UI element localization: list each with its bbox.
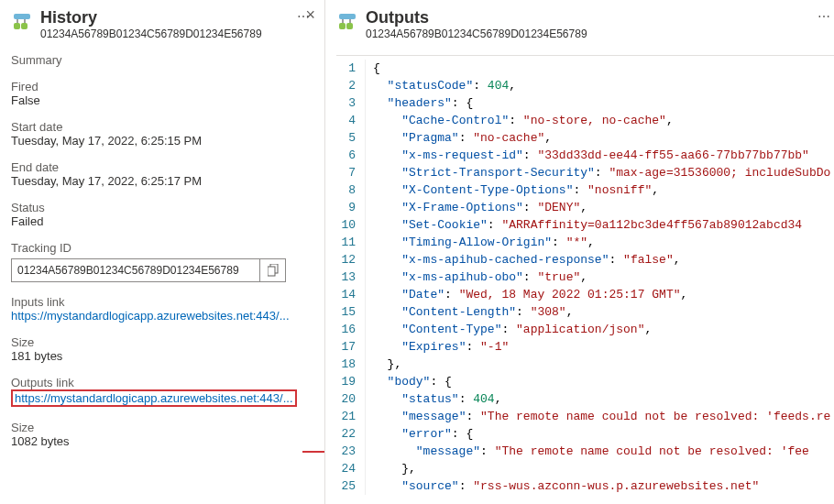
line-number: 21: [336, 408, 366, 425]
json-line: 10 "Set-Cookie": "ARRAffinity=0a112bc3de…: [336, 216, 834, 234]
json-line: 6 "x-ms-request-id": "33dd33dd-ee44-ff55…: [336, 147, 834, 164]
workflow-icon: [336, 11, 358, 33]
history-title: History: [40, 7, 286, 27]
line-number: 24: [336, 460, 366, 477]
inputs-size-value: 181 bytes: [11, 349, 313, 363]
outputs-pane: Outputs 01234A56789B01234C56789D01234E56…: [325, 0, 834, 504]
line-number: 11: [336, 234, 366, 251]
inputs-link-label: Inputs link: [11, 295, 313, 309]
close-icon[interactable]: ×: [305, 5, 315, 25]
tracking-id-field: [11, 258, 286, 282]
line-number: 8: [336, 181, 366, 199]
line-number: 12: [336, 251, 366, 268]
line-number: 19: [336, 373, 366, 390]
line-number: 7: [336, 164, 366, 181]
end-date-value: Tuesday, May 17, 2022, 6:25:17 PM: [11, 174, 313, 188]
start-date-label: Start date: [11, 120, 313, 134]
line-number: 15: [336, 303, 366, 321]
outputs-guid: 01234A56789B01234C56789D01234E56789: [366, 27, 807, 40]
fired-label: Fired: [11, 80, 313, 93]
outputs-link-label: Outputs link: [11, 376, 313, 389]
history-guid: 01234A56789B01234C56789D01234E56789: [40, 27, 286, 40]
annotation-arrow-icon: [302, 445, 325, 458]
line-number: 22: [336, 425, 366, 443]
json-viewer[interactable]: 1{2 "statusCode": 404,3 "headers": {4 "C…: [336, 55, 834, 504]
more-icon[interactable]: ⋯: [814, 7, 834, 26]
json-line: 14 "Date": "Wed, 18 May 2022 01:25:17 GM…: [336, 286, 834, 303]
json-line: 13 "x-ms-apihub-obo": "true",: [336, 268, 834, 286]
summary-label: Summary: [11, 53, 313, 67]
inputs-size-label: Size: [11, 335, 313, 349]
line-number: 10: [336, 216, 366, 234]
outputs-title: Outputs: [366, 7, 807, 27]
json-line: 22 "error": {: [336, 425, 834, 443]
json-line: 11 "Timing-Allow-Origin": "*",: [336, 234, 834, 251]
outputs-size-label: Size: [11, 421, 313, 434]
outputs-size-value: 1082 bytes: [11, 434, 313, 448]
json-line: 7 "Strict-Transport-Security": "max-age=…: [336, 164, 834, 181]
json-line: 25 "source": "rss-wus.azconn-wus.p.azure…: [336, 477, 834, 495]
json-line: 16 "Content-Type": "application/json",: [336, 321, 834, 338]
line-number: 17: [336, 338, 366, 356]
json-line: 19 "body": {: [336, 373, 834, 390]
json-line: 4 "Cache-Control": "no-store, no-cache",: [336, 112, 834, 129]
line-number: 23: [336, 443, 366, 460]
line-number: 4: [336, 112, 366, 129]
line-number: 9: [336, 199, 366, 216]
line-number: 6: [336, 147, 366, 164]
svg-rect-1: [268, 267, 275, 276]
line-number: 5: [336, 129, 366, 147]
json-line: 1{: [336, 60, 834, 77]
end-date-label: End date: [11, 160, 313, 174]
json-line: 2 "statusCode": 404,: [336, 77, 834, 94]
workflow-icon: [11, 11, 33, 33]
json-line: 15 "Content-Length": "308",: [336, 303, 834, 321]
copy-icon[interactable]: [259, 259, 285, 281]
json-line: 23 "message": "The remote name could not…: [336, 443, 834, 460]
line-number: 16: [336, 321, 366, 338]
line-number: 18: [336, 356, 366, 373]
line-number: 25: [336, 477, 366, 495]
history-pane: × History 01234A56789B01234C56789D01234E…: [0, 0, 325, 504]
line-number: 20: [336, 390, 366, 408]
inputs-link[interactable]: https://mystandardlogicapp.azurewebsites…: [11, 309, 313, 323]
json-line: 17 "Expires": "-1": [336, 338, 834, 356]
json-line: 20 "status": 404,: [336, 390, 834, 408]
json-line: 21 "message": "The remote name could not…: [336, 408, 834, 425]
json-line: 9 "X-Frame-Options": "DENY",: [336, 199, 834, 216]
outputs-link[interactable]: https://mystandardlogicapp.azurewebsites…: [15, 391, 293, 405]
line-number: 2: [336, 77, 366, 94]
line-number: 13: [336, 268, 366, 286]
json-line: 8 "X-Content-Type-Options": "nosniff",: [336, 181, 834, 199]
line-number: 1: [336, 60, 366, 77]
outputs-link-highlight: https://mystandardlogicapp.azurewebsites…: [11, 389, 297, 407]
line-number: 3: [336, 94, 366, 112]
json-line: 12 "x-ms-apihub-cached-response": "false…: [336, 251, 834, 268]
status-value: Failed: [11, 214, 313, 228]
tracking-id-label: Tracking ID: [11, 241, 313, 255]
tracking-id-input[interactable]: [12, 264, 259, 277]
json-line: 5 "Pragma": "no-cache",: [336, 129, 834, 147]
json-line: 3 "headers": {: [336, 94, 834, 112]
start-date-value: Tuesday, May 17, 2022, 6:25:15 PM: [11, 134, 313, 148]
json-line: 24 },: [336, 460, 834, 477]
line-number: 14: [336, 286, 366, 303]
json-line: 18 },: [336, 356, 834, 373]
status-label: Status: [11, 201, 313, 214]
fired-value: False: [11, 93, 313, 107]
